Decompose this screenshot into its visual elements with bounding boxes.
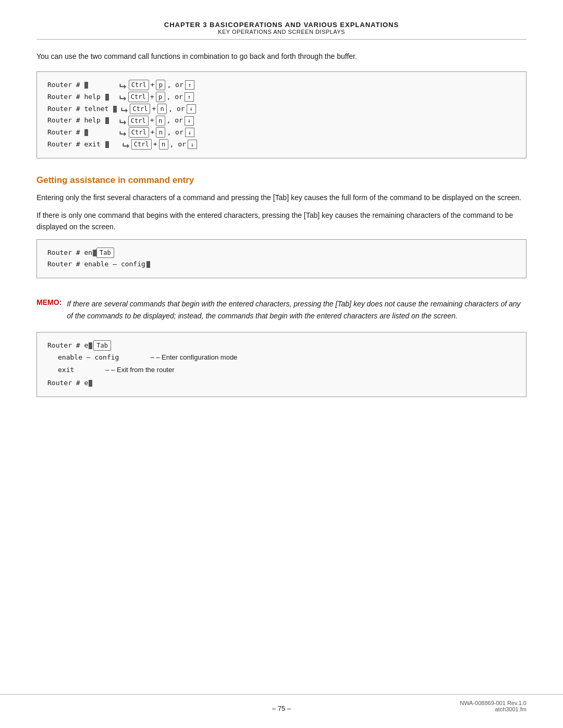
buffer-line-4: Router # help ↵ Ctrl + n , or ↓	[47, 115, 516, 127]
arrow-4: ↵	[119, 115, 126, 127]
down-arrow-4: ↓	[185, 116, 194, 126]
cursor-tab-2	[146, 261, 150, 268]
tab2-comment-1: – – Enter configuration mode	[150, 352, 237, 364]
prompt-4: Router # help	[47, 115, 109, 127]
section-title: KEY OPERATIONS AND SCREEN DISPLAYS	[36, 29, 527, 35]
ctrl-key-6: Ctrl	[131, 139, 152, 150]
buffer-code-box: Router # ↵ Ctrl + p , or ↑ Router # help…	[36, 71, 527, 158]
page: CHAPTER 3 BASICOPERATIONS AND VARIOUS EX…	[0, 0, 563, 440]
arrow-1: ↵	[119, 79, 126, 91]
tab-code-box-2: Router # e Tab enable – config – – Enter…	[36, 332, 527, 397]
cursor-tab-1	[93, 250, 96, 256]
arrow-6: ↵	[123, 139, 129, 150]
tab-key-1: Tab	[96, 248, 114, 258]
page-number: – 75 –	[272, 705, 291, 712]
section-para1: Entering only the first several characte…	[36, 192, 527, 203]
tab-code-box-1: Router # en Tab Router # enable – config	[36, 239, 527, 279]
ctrl-key-4: Ctrl	[128, 116, 149, 126]
down-arrow-6: ↓	[188, 140, 197, 149]
buffer-line-1: Router # ↵ Ctrl + p , or ↑	[47, 79, 516, 91]
tab2-line-4: Router # e	[47, 377, 516, 389]
section-heading: Getting assistance in command entry	[36, 175, 527, 186]
tab-line-1: Router # en Tab	[47, 247, 516, 259]
tab2-cmd-1: enable – config	[58, 352, 119, 364]
up-arrow-1: ↑	[185, 80, 194, 90]
footer-doc-info: NWA-008869-001 Rev.1.0 atch3001.fm	[460, 700, 527, 712]
ctrl-key-2: Ctrl	[128, 92, 149, 102]
page-header: CHAPTER 3 BASICOPERATIONS AND VARIOUS EX…	[36, 21, 527, 35]
buffer-line-2: Router # help ↵ Ctrl + p , or ↑	[47, 91, 516, 103]
down-arrow-3: ↓	[187, 104, 196, 114]
arrow-3: ↵	[121, 103, 128, 115]
page-footer: spacer – 75 – NWA-008869-001 Rev.1.0 atc…	[0, 694, 563, 712]
prompt-5: Router #	[47, 127, 88, 139]
cursor-6	[105, 141, 109, 148]
n-key-6: n	[159, 139, 168, 150]
p-key-1: p	[156, 80, 165, 90]
intro-paragraph: You can use the two command call functio…	[36, 51, 527, 62]
n-key-4: n	[156, 116, 165, 126]
ctrl-key-3: Ctrl	[130, 104, 150, 114]
p-key-2: p	[156, 92, 165, 102]
tab2-line-1: Router # e Tab	[47, 340, 516, 352]
arrow-5: ↵	[119, 127, 126, 138]
tab-line-2: Router # enable – config	[47, 258, 516, 270]
down-arrow-5: ↓	[185, 128, 194, 137]
memo-label: MEMO:	[36, 298, 62, 306]
buffer-line-5: Router # ↵ Ctrl + n , or ↓	[47, 127, 516, 139]
doc-file: atch3001.fm	[460, 706, 527, 712]
tab2-line-2: enable – config – – Enter configuration …	[58, 352, 516, 364]
prompt-2: Router # help	[47, 91, 109, 103]
tab-key-2: Tab	[93, 340, 111, 351]
doc-id: NWA-008869-001 Rev.1.0	[460, 700, 527, 706]
tab-result-1: Router # enable – config	[47, 258, 150, 270]
ctrl-row-6: Ctrl + n , or ↓	[131, 139, 197, 151]
n-key-3: n	[157, 104, 167, 114]
buffer-line-6: Router # exit ↵ Ctrl + n , or ↓	[47, 139, 516, 151]
ctrl-key-1: Ctrl	[129, 80, 149, 90]
up-arrow-2: ↑	[185, 92, 194, 102]
cursor-5	[84, 129, 88, 136]
ctrl-row-1: Ctrl + p , or ↑	[129, 79, 194, 91]
tab2-line-3: exit – – Exit from the router	[58, 364, 516, 376]
prompt-1: Router #	[47, 79, 88, 91]
cursor-4	[105, 117, 109, 124]
cursor-3	[113, 106, 117, 113]
prompt-3: Router # telnet	[47, 103, 117, 115]
memo-text: If there are several commands that begin…	[67, 298, 527, 322]
section-para2: If there is only one command that begins…	[36, 209, 527, 233]
tab-prompt-1: Router # en	[47, 247, 96, 259]
n-key-5: n	[156, 127, 165, 138]
tab2-cmd-2: exit	[58, 364, 74, 376]
cursor-2	[105, 94, 109, 101]
tab2-prompt-1: Router # e	[47, 340, 92, 352]
arrow-2: ↵	[119, 91, 126, 103]
header-divider	[36, 39, 527, 40]
tab2-prompt-2: Router # e	[47, 377, 92, 389]
cursor-tab2-2	[89, 380, 92, 387]
buffer-line-3: Router # telnet ↵ Ctrl + n , or ↓	[47, 103, 516, 115]
chapter-title: CHAPTER 3 BASICOPERATIONS AND VARIOUS EX…	[36, 21, 527, 29]
cursor-tab2-1	[89, 342, 92, 349]
ctrl-key-5: Ctrl	[129, 127, 149, 138]
ctrl-row-4: Ctrl + n , or ↓	[128, 115, 194, 127]
memo-section: MEMO: If there are several commands that…	[36, 298, 527, 322]
prompt-6: Router # exit	[47, 139, 109, 151]
ctrl-row-2: Ctrl + p , or ↑	[128, 91, 194, 103]
ctrl-row-5: Ctrl + n , or ↓	[129, 127, 194, 139]
ctrl-row-3: Ctrl + n , or ↓	[130, 103, 195, 115]
cursor-1	[84, 82, 88, 89]
tab2-comment-2: – – Exit from the router	[105, 364, 174, 376]
